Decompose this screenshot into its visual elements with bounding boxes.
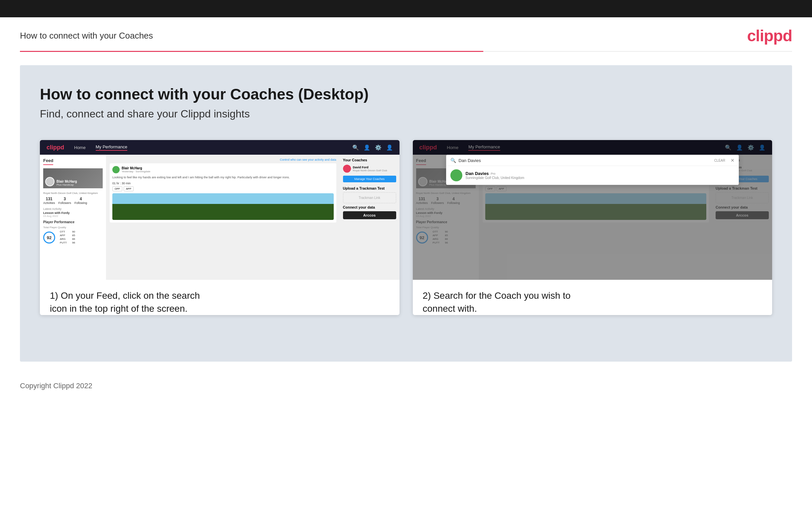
app-screenshot-2: clippd Home My Performance 🔍 👤 ⚙️ 👤 � xyxy=(413,140,772,280)
step2-label-text: 2) Search for the Coach you wish toconne… xyxy=(423,290,571,314)
app-screenshot-1: clippd Home My Performance 🔍 👤 ⚙️ 👤 Feed xyxy=(40,140,399,280)
control-link-1[interactable]: Control who can see your activity and da… xyxy=(110,158,336,161)
settings-icon-nav[interactable]: ⚙️ xyxy=(375,144,382,151)
bar-app: APP 85 xyxy=(60,234,75,237)
stat-activities-num: 131 xyxy=(43,197,55,201)
avatar-icon-nav[interactable]: 👤 xyxy=(386,144,393,151)
search-close-btn[interactable]: ✕ xyxy=(730,158,734,163)
post-author-sub-1: Yesterday · Sunningdale xyxy=(122,170,150,173)
bar-putt-label: PUTT xyxy=(60,241,67,244)
coach-avatar-1 xyxy=(343,165,351,173)
latest-activity-text-1: Lesson with Fordy xyxy=(43,211,103,215)
bar-arg-label: ARG xyxy=(60,238,67,241)
manage-coaches-btn-1[interactable]: Manage Your Coaches xyxy=(343,176,396,182)
result-name-row: Dan Davies Pro xyxy=(466,171,524,176)
activity-date-1: 03 Aug 2022 xyxy=(43,215,103,218)
coaches-title-1: Your Coaches xyxy=(343,158,396,162)
perf-total-label-1: Total Player Quality xyxy=(43,226,103,229)
stat-following-label: Following xyxy=(75,201,87,205)
search-clear-btn[interactable]: CLEAR xyxy=(714,159,725,162)
clippd-logo: clippd xyxy=(747,27,792,45)
top-bar xyxy=(0,0,812,17)
app-body-1: Feed Blair McHarg Plus Handicap Royal No… xyxy=(40,155,399,280)
upload-title-1: Upload a Trackman Test xyxy=(343,186,396,190)
arccos-btn-1[interactable]: Arccos xyxy=(343,211,396,219)
bar-ott: OTT 90 xyxy=(60,230,75,233)
step2-label: 2) Search for the Coach you wish toconne… xyxy=(413,280,772,315)
search-icon-nav[interactable]: 🔍 xyxy=(352,144,359,151)
step1-label-text: 1) On your Feed, click on the searchicon… xyxy=(50,290,200,314)
main-heading: How to connect with your Coaches (Deskto… xyxy=(40,85,772,103)
bar-putt: PUTT 96 xyxy=(60,241,75,244)
latest-activity-label-1: Latest Activity xyxy=(43,207,103,211)
connect-title-1: Connect your data xyxy=(343,205,396,209)
main-content: How to connect with your Coaches (Deskto… xyxy=(20,65,792,362)
score-circle-1: 92 xyxy=(43,231,55,244)
bar-app-label: APP xyxy=(60,234,67,237)
coach-club-1: Royal North Devon Golf Club xyxy=(353,169,387,172)
post-author-row-1: Blair McHarg Yesterday · Sunningdale xyxy=(112,166,334,173)
post-btn-off[interactable]: OFF xyxy=(112,186,122,191)
perf-title-1: Player Performance xyxy=(43,220,103,224)
app-feed-1: Control who can see your activity and da… xyxy=(106,155,340,280)
bar-ott-num: 90 xyxy=(70,230,75,233)
stat-following: 4 Following xyxy=(75,197,87,205)
profile-club-1: Royal North Devon Golf Club, United King… xyxy=(43,192,103,195)
stat-activities-label: Activities xyxy=(43,201,55,205)
search-result-1[interactable]: Dan Davies Pro Sunningdale Golf Club, Un… xyxy=(446,166,739,185)
post-avatar-1 xyxy=(112,166,120,173)
post-card-1: Blair McHarg Yesterday · Sunningdale Loo… xyxy=(110,163,336,222)
main-subheading: Find, connect and share your Clippd insi… xyxy=(40,108,772,120)
coach-name-1: David Ford xyxy=(353,166,387,169)
footer: Copyright Clippd 2022 xyxy=(0,375,812,397)
footer-copyright: Copyright Clippd 2022 xyxy=(20,382,92,390)
post-btn-app[interactable]: APP xyxy=(124,186,134,191)
post-text-1: Looking to feel like my hands are exitin… xyxy=(112,175,334,180)
post-btns-1: OFF APP xyxy=(112,186,334,191)
header: How to connect with your Coaches clippd xyxy=(0,17,812,51)
bar-app-num: 85 xyxy=(70,234,75,237)
app-coaches-1: Your Coaches David Ford Royal North Devo… xyxy=(340,155,399,280)
result-badge-1: Pro xyxy=(491,172,495,175)
result-info-1: Dan Davies Pro Sunningdale Golf Club, Un… xyxy=(466,171,524,180)
coach-item-1: David Ford Royal North Devon Golf Club xyxy=(343,165,396,173)
bar-arg-num: 86 xyxy=(70,238,75,241)
stats-row-1: 131 Activities 3 Followers 4 Following xyxy=(43,197,103,205)
user-icon-nav[interactable]: 👤 xyxy=(364,144,370,151)
post-image-1 xyxy=(112,193,334,220)
header-divider xyxy=(20,51,792,52)
search-bar-row-2: 🔍 Dan Davies CLEAR ✕ xyxy=(446,155,739,166)
app-nav-icons-1: 🔍 👤 ⚙️ 👤 xyxy=(352,144,393,151)
bar-arg: ARG 86 xyxy=(60,238,75,241)
post-duration-1: 01 hr : 30 min xyxy=(112,182,334,185)
stat-followers-label: Followers xyxy=(58,201,71,205)
screenshots-grid: clippd Home My Performance 🔍 👤 ⚙️ 👤 Feed xyxy=(40,140,772,315)
trackman-input-1[interactable]: Trackman Link xyxy=(343,192,396,203)
app-logo-1: clippd xyxy=(47,144,64,151)
app-nav-myperformance-1[interactable]: My Performance xyxy=(96,144,127,151)
stat-followers-num: 3 xyxy=(58,197,71,201)
post-author-name-1: Blair McHarg xyxy=(122,166,150,170)
result-name-1: Dan Davies xyxy=(466,171,489,176)
screenshot-2: clippd Home My Performance 🔍 👤 ⚙️ 👤 � xyxy=(413,140,772,315)
page-title: How to connect with your Coaches xyxy=(20,31,153,41)
result-avatar-1 xyxy=(450,169,462,181)
step1-label: 1) On your Feed, click on the searchicon… xyxy=(40,280,399,315)
search-input-sim[interactable]: Dan Davies xyxy=(459,158,712,163)
feed-tab-1[interactable]: Feed xyxy=(43,158,53,165)
coach-info-1: David Ford Royal North Devon Golf Club xyxy=(353,166,387,172)
stat-activities: 131 Activities xyxy=(43,197,55,205)
search-icon-overlay: 🔍 xyxy=(450,158,456,163)
app-nav-home-1[interactable]: Home xyxy=(74,145,86,150)
app-navbar-1: clippd Home My Performance 🔍 👤 ⚙️ 👤 xyxy=(40,140,399,155)
perf-score-row-1: 92 OTT 90 APP xyxy=(43,230,103,245)
stat-following-num: 4 xyxy=(75,197,87,201)
screenshot-1: clippd Home My Performance 🔍 👤 ⚙️ 👤 Feed xyxy=(40,140,399,315)
profile-avatar-1 xyxy=(45,177,54,186)
profile-name-1: Blair McHarg xyxy=(56,180,77,183)
perf-section-1: Player Performance Total Player Quality … xyxy=(43,220,103,245)
profile-info-1: Blair McHarg Plus Handicap xyxy=(56,180,77,186)
bar-putt-num: 96 xyxy=(70,241,75,244)
result-club-1: Sunningdale Golf Club, United Kingdom xyxy=(466,176,524,180)
perf-bars-1: OTT 90 APP 85 xyxy=(60,230,75,245)
